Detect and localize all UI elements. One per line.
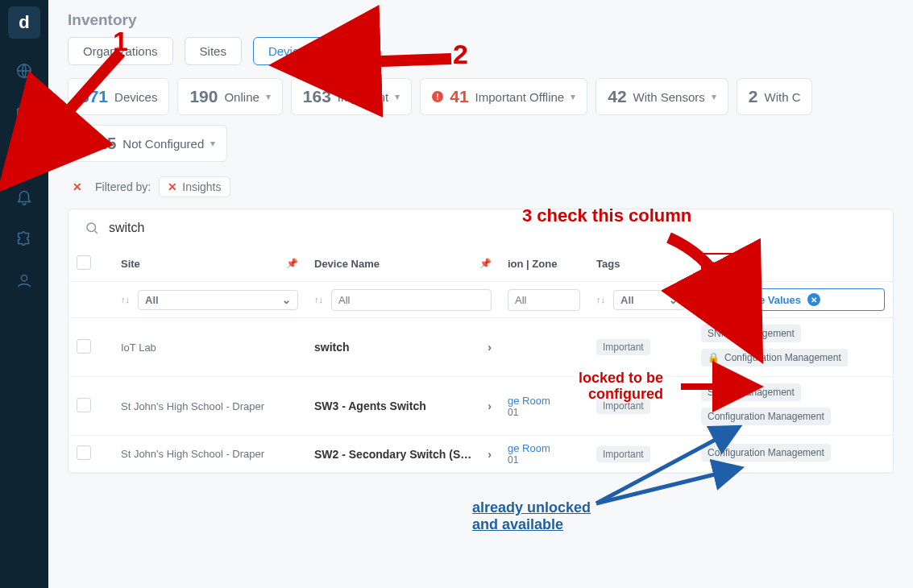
- col-device[interactable]: Device Name: [314, 258, 380, 270]
- stats-row-1: 571 Devices 190 Online ▾ 163 Important ▾…: [68, 78, 913, 115]
- funnel-icon: ▾: [210, 138, 215, 149]
- stat-not-configured[interactable]: ! 15 Not Configured ▾: [68, 125, 227, 162]
- site-cell: St John's High School - Draper: [113, 436, 306, 473]
- insights-cell: Configuration Management: [693, 436, 893, 473]
- filtered-by-label: Filtered by:: [95, 180, 151, 193]
- svg-rect-1: [18, 149, 31, 159]
- sort-icon[interactable]: ↑↓: [314, 295, 323, 304]
- chevron-right-icon: ›: [488, 448, 492, 461]
- svg-point-3: [87, 223, 96, 232]
- stat-devices[interactable]: 571 Devices: [68, 78, 169, 115]
- tag-badge: Important: [596, 446, 650, 462]
- tab-sites[interactable]: Sites: [185, 37, 242, 65]
- pin-icon[interactable]: 📌: [286, 258, 298, 269]
- sidebar: d: [0, 0, 48, 588]
- zone-cell: ge Room01: [500, 436, 588, 473]
- stat-with-sensors[interactable]: 42 With Sensors ▾: [596, 78, 728, 115]
- chevron-right-icon: ›: [488, 400, 492, 412]
- stat-devices-num: 571: [80, 87, 108, 106]
- stat-online[interactable]: 190 Online ▾: [177, 78, 282, 115]
- sort-icon[interactable]: ↑↓: [596, 295, 605, 304]
- funnel-icon: ▾: [395, 91, 400, 102]
- bell-icon[interactable]: [15, 187, 34, 206]
- device-cell[interactable]: switch›: [314, 341, 492, 354]
- zone-filter-input[interactable]: [508, 289, 580, 311]
- table-row[interactable]: St John's High School - DraperSW2 - Seco…: [68, 436, 893, 473]
- site-cell: IoT Lab: [113, 318, 306, 377]
- stat-devices-label: Devices: [114, 90, 157, 104]
- globe-icon[interactable]: [15, 61, 34, 81]
- funnel-icon: ▾: [712, 91, 716, 102]
- insight-badge[interactable]: Configuration Management: [701, 444, 831, 462]
- chevron-down-icon: ⌄: [669, 294, 678, 306]
- tab-organizations[interactable]: Organizations: [68, 37, 173, 65]
- filter-line: ✕ Filtered by: ✕ Insights: [68, 176, 913, 197]
- insights-cell: SNMP Management🔒Configuration Management: [693, 318, 893, 377]
- search-input[interactable]: [109, 221, 431, 235]
- clear-insights-filter-button[interactable]: ✕: [807, 293, 820, 306]
- chevron-right-icon: ›: [488, 341, 492, 354]
- devices-table: Site📌 Device Name📌 ion | Zone Tags Insig…: [68, 246, 893, 473]
- funnel-icon: ▾: [266, 91, 271, 102]
- tab-devices[interactable]: Devices: [253, 37, 326, 65]
- tags-filter-select[interactable]: All ⌄: [613, 290, 685, 310]
- tag-badge: Important: [596, 339, 650, 355]
- svg-point-2: [21, 275, 27, 281]
- tags-cell: Important: [588, 436, 693, 473]
- main-area: Inventory Organizations Sites Devices 57…: [48, 0, 913, 588]
- app-logo[interactable]: d: [8, 6, 40, 39]
- select-all-checkbox[interactable]: [77, 255, 91, 270]
- box-icon[interactable]: [15, 103, 34, 122]
- tag-badge: Important: [596, 398, 650, 414]
- search-bar: [68, 209, 893, 246]
- tags-cell: Important: [588, 377, 693, 436]
- row-checkbox[interactable]: [77, 339, 91, 354]
- stats-row-2: ! 15 Not Configured ▾: [68, 125, 913, 162]
- col-site[interactable]: Site: [121, 258, 140, 270]
- device-cell[interactable]: SW2 - Secondary Switch (S…›: [314, 448, 492, 461]
- device-filter-input[interactable]: [331, 289, 492, 311]
- user-icon[interactable]: [15, 271, 34, 290]
- funnel-icon: ▾: [571, 91, 575, 102]
- clear-all-filters-button[interactable]: ✕: [68, 177, 87, 197]
- tags-cell: Important: [588, 318, 693, 377]
- col-insights[interactable]: Insights: [701, 253, 757, 275]
- chevron-down-icon: ⌄: [282, 294, 291, 306]
- sort-icon[interactable]: ↑↓: [121, 295, 130, 304]
- col-tags[interactable]: Tags: [596, 258, 620, 270]
- site-cell: St John's High School - Draper: [113, 377, 306, 436]
- search-icon: [85, 221, 99, 235]
- insights-filter-select[interactable]: Multiple Values ✕: [718, 288, 885, 311]
- insight-badge[interactable]: SNMP Management: [701, 383, 801, 401]
- device-cell[interactable]: SW3 - Agents Switch›: [314, 400, 492, 412]
- stat-with-c[interactable]: 2 With C: [737, 78, 813, 115]
- insight-badge[interactable]: 🔒Configuration Management: [701, 349, 848, 366]
- stat-important[interactable]: 163 Important ▾: [291, 78, 412, 115]
- tabs: Organizations Sites Devices: [68, 37, 913, 65]
- stat-important-offline[interactable]: ! 41 Important Offline ▾: [420, 78, 587, 115]
- filter-chip-insights[interactable]: ✕ Insights: [159, 176, 230, 197]
- table-row[interactable]: St John's High School - DraperSW3 - Agen…: [68, 377, 893, 436]
- row-checkbox[interactable]: [77, 445, 91, 460]
- insight-badge[interactable]: SNMP Management: [701, 325, 801, 342]
- results-card: Site📌 Device Name📌 ion | Zone Tags Insig…: [68, 209, 894, 474]
- col-zone[interactable]: ion | Zone: [508, 258, 557, 270]
- lock-icon: 🔒: [708, 352, 720, 363]
- sort-icon[interactable]: ↑↓: [701, 295, 710, 304]
- stat-online-label: Online: [224, 90, 259, 104]
- page-title: Inventory: [68, 11, 913, 29]
- site-filter-select[interactable]: All ⌄: [138, 290, 298, 310]
- alert-icon: !: [80, 138, 91, 149]
- insights-cell: SNMP ManagementConfiguration Management: [693, 377, 893, 436]
- insight-badge[interactable]: Configuration Management: [701, 408, 831, 425]
- dashboard-icon[interactable]: [15, 145, 34, 164]
- remove-filter-button[interactable]: ✕: [168, 180, 177, 193]
- zone-cell: ge Room01: [500, 377, 588, 436]
- puzzle-icon[interactable]: [15, 229, 34, 248]
- row-checkbox[interactable]: [77, 398, 91, 412]
- zone-cell: [500, 318, 588, 377]
- alert-icon: !: [432, 91, 443, 102]
- table-row[interactable]: IoT Labswitch›ImportantSNMP Management🔒C…: [68, 318, 893, 377]
- stat-online-num: 190: [189, 87, 218, 106]
- pin-icon[interactable]: 📌: [479, 258, 492, 269]
